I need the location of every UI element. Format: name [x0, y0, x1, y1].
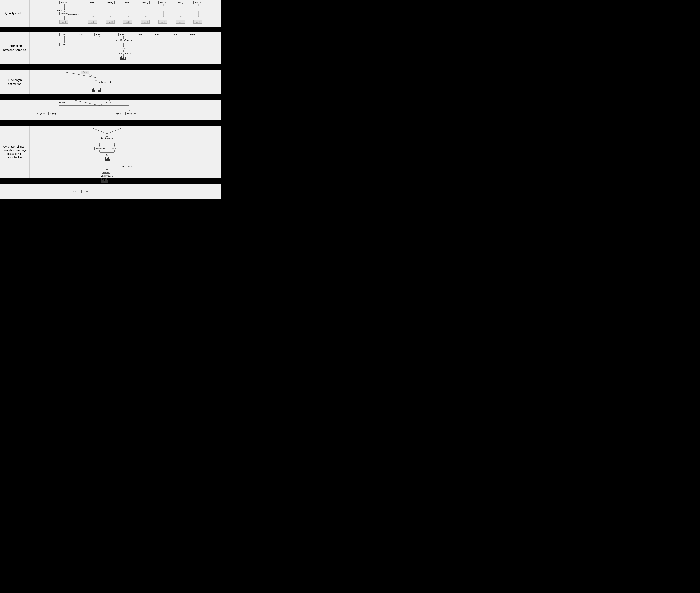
- correlation-label-text: Correlation between samples: [3, 44, 26, 52]
- svg-marker-47: [58, 110, 60, 111]
- igv-label: IGV: [104, 154, 107, 156]
- black-band-3: [0, 94, 221, 100]
- fastq-box-3: FastQ: [123, 1, 132, 4]
- fastq-box-0: FastQ: [59, 1, 68, 4]
- bam-box-7: BAM: [189, 33, 196, 36]
- fastq-bottom-1: FastQ: [88, 20, 97, 24]
- svg-marker-7: [127, 16, 129, 17]
- svg-marker-1: [64, 9, 65, 10]
- fastq-bottom-6: FastQ: [176, 20, 185, 24]
- bam-box-6: BAM: [171, 33, 179, 36]
- bam-box-4: BAM: [136, 33, 144, 36]
- fastq-box-7: FastQ: [194, 1, 202, 4]
- svg-line-37: [65, 72, 96, 78]
- matrix-box: matrix: [101, 170, 110, 173]
- bed-box: BED: [70, 190, 78, 193]
- plot-fingerprint-label: plotFingerprint: [98, 81, 111, 83]
- correlation-section: Correlation between samples: [0, 32, 221, 64]
- bedgraph-left: bedgraph: [35, 112, 47, 115]
- fastq-bottom-0: FastQ: [59, 20, 68, 24]
- ip-strength-section: IP strength estimation BAM plotFingerpri…: [0, 70, 221, 94]
- heatmap-bar-chart: [100, 177, 108, 183]
- fastq-bottom-4: FastQ: [141, 20, 150, 24]
- black-band-1: [0, 27, 221, 32]
- html-box: HTML: [81, 190, 90, 193]
- svg-marker-5: [110, 16, 112, 17]
- fastq-box-6: FastQ: [176, 1, 185, 4]
- multi-bam-summary-label: multiBamSummary: [116, 39, 133, 41]
- generation-section: Generation of input- normalized coverage…: [0, 126, 221, 178]
- bigwig-right: bigwig: [114, 112, 123, 115]
- tabular-box-right: Tabular: [103, 101, 113, 104]
- ip-bar-chart: [92, 88, 101, 93]
- fastq-box-2: FastQ: [106, 1, 115, 4]
- black-band-5: [0, 178, 221, 184]
- bam-box-3: BAM: [119, 33, 126, 36]
- gen-bedgraph-box: bedgraph: [94, 147, 107, 150]
- ip-label-text: IP strength estimation: [2, 78, 27, 86]
- trim-galore-label: Trim Galore!: [68, 13, 79, 15]
- fastq-bottom-5: FastQ: [158, 20, 167, 24]
- quality-control-label: Quality control: [0, 0, 30, 27]
- svg-marker-40: [95, 80, 97, 81]
- svg-marker-13: [180, 16, 181, 17]
- bottom-section: BED HTML: [0, 184, 221, 199]
- bam-box-1: BAM: [77, 33, 85, 36]
- black-band-4: [0, 120, 221, 126]
- fastq-box-1: FastQ: [88, 1, 97, 4]
- bam-box-0: BAM: [59, 33, 67, 36]
- bigwig-left: bigwig: [48, 112, 57, 115]
- svg-marker-11: [163, 16, 164, 17]
- coverage-intermediate-section: Tabular Tabular bedgraph bigwig bigwig b…: [0, 100, 221, 120]
- fastq-bottom-3: FastQ: [123, 20, 132, 24]
- generation-label: Generation of input- normalized coverage…: [0, 126, 30, 178]
- svg-line-43: [74, 100, 100, 106]
- fastq-bottom-7: FastQ: [194, 20, 202, 24]
- generation-label-text: Generation of input- normalized coverage…: [3, 145, 27, 159]
- svg-marker-49: [128, 110, 130, 111]
- ip-bam-box: BAM: [81, 71, 89, 74]
- compute-matrix-label: computeMatrix: [120, 165, 133, 167]
- svg-marker-15: [198, 16, 199, 17]
- svg-marker-9: [145, 16, 147, 17]
- sam-box: SAM: [59, 43, 67, 46]
- bam-box-2: BAM: [94, 33, 102, 36]
- bam-center-box: BAM: [120, 47, 128, 50]
- tabular-box-left: Tabular: [57, 101, 67, 104]
- ip-strength-label: IP strength estimation: [0, 70, 30, 94]
- svg-line-50: [92, 128, 107, 134]
- black-band-2: [0, 64, 221, 70]
- gen-bigwig-box: bigwig: [111, 147, 120, 150]
- fastqc-label: FastQC: [56, 10, 63, 12]
- fastq-box-4: FastQ: [141, 1, 150, 4]
- plot-heatmap-label: plotHeatmap: [101, 175, 113, 177]
- bam-compare-label: bamCompare: [101, 137, 114, 139]
- plot-correlation-label: plotCorrelation: [118, 52, 131, 54]
- igv-bar-chart: [101, 156, 110, 162]
- qc-label-text: Quality control: [5, 11, 24, 15]
- fastq-box-5: FastQ: [158, 1, 167, 4]
- correlation-bar-chart: [120, 56, 128, 61]
- correlation-label: Correlation between samples: [0, 32, 30, 64]
- svg-line-51: [107, 128, 122, 134]
- svg-marker-3: [92, 16, 94, 17]
- bedgraph-right: bedgraph: [125, 112, 137, 115]
- fastq-bottom-2: FastQ: [106, 20, 115, 24]
- bam-box-5: BAM: [154, 33, 161, 36]
- quality-control-section: Quality control: [0, 0, 221, 27]
